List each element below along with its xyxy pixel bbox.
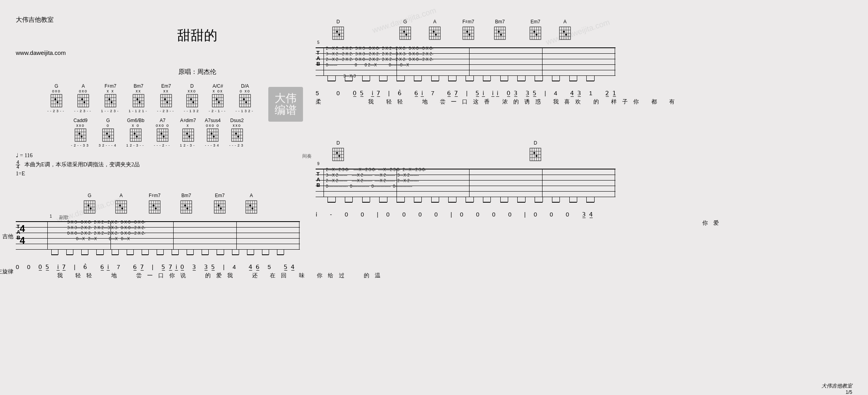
svg-point-138 bbox=[211, 133, 213, 135]
bar-number: 1 bbox=[50, 214, 52, 218]
chord-diagram: A/C#x ox-2-1-- bbox=[209, 83, 227, 113]
timesig-tab-bot: 4 bbox=[20, 235, 25, 246]
svg-point-279 bbox=[565, 34, 567, 36]
tab-system-2: 5 DGAF♯m7Bm7Em7A TAB 2---X-2---2-X-2- 3-… bbox=[316, 47, 615, 105]
footer-credit: 大伟吉他教室 bbox=[821, 382, 852, 389]
chord-diagram: Dxxo--132 bbox=[184, 83, 200, 113]
chord-diagram: A bbox=[428, 19, 441, 41]
chord-diagram: F♯m7 bbox=[148, 193, 161, 215]
svg-point-29 bbox=[110, 101, 112, 103]
svg-point-9 bbox=[56, 101, 58, 103]
chord-diagram: D/Ao xo--132- bbox=[236, 83, 254, 113]
svg-point-89 bbox=[80, 135, 82, 137]
chord-diagram: Bm7 bbox=[493, 19, 507, 41]
key-note: 本曲为E调，本乐谱采用D调指法，变调夹夹2品 bbox=[24, 162, 140, 167]
svg-point-129 bbox=[188, 135, 190, 137]
svg-point-229 bbox=[405, 34, 407, 36]
svg-point-258 bbox=[498, 31, 500, 33]
chord-diagram: Cadd9xxo-2--33 bbox=[71, 118, 90, 147]
meta-line: 4 4 本曲为E调，本乐谱采用D调指法，变调夹夹2品 bbox=[16, 160, 300, 169]
svg-point-228 bbox=[403, 31, 405, 33]
svg-point-99 bbox=[108, 135, 110, 137]
melody-label: 主旋律 bbox=[0, 268, 13, 275]
chord-diagram: A7oxo o---2-- bbox=[154, 118, 171, 147]
page-number: 1/5 bbox=[846, 389, 852, 395]
right-column: 5 DGAF♯m7Bm7Em7A TAB 2---X-2---2-X-2- 3-… bbox=[316, 12, 615, 227]
svg-point-88 bbox=[79, 133, 80, 135]
chord-diagram: F♯m7 bbox=[462, 19, 475, 41]
svg-point-149 bbox=[237, 135, 239, 137]
svg-point-148 bbox=[235, 133, 237, 135]
svg-point-179 bbox=[155, 208, 157, 210]
chord-diagram: D bbox=[529, 140, 542, 163]
chord-diagram: D bbox=[331, 19, 345, 41]
svg-point-119 bbox=[163, 135, 165, 137]
svg-point-209 bbox=[251, 208, 253, 210]
chord-palette-row-2: Cadd9xxo-2--33Go32---4Gm6/Bbx o12-3--A7o… bbox=[71, 118, 300, 147]
svg-point-299 bbox=[535, 155, 537, 157]
tab-staff: TAB 4 4 3-X-3---0-X-0- 2-X-2---2-X-2- 0-… bbox=[16, 221, 300, 250]
svg-point-178 bbox=[153, 205, 155, 207]
chord-diagram: Em7xx--23-- bbox=[157, 83, 175, 113]
brand-text: 大伟吉他教室 bbox=[16, 16, 300, 24]
svg-point-219 bbox=[338, 34, 340, 36]
chord-diagram: Gm6/Bbx o12-3-- bbox=[126, 118, 145, 147]
svg-point-38 bbox=[137, 98, 138, 100]
chord-diagram: Dsus2xxo---23 bbox=[229, 118, 245, 147]
svg-point-48 bbox=[164, 98, 166, 100]
chord-diagram: Go32---4 bbox=[99, 118, 118, 147]
svg-point-238 bbox=[433, 31, 435, 33]
svg-point-248 bbox=[466, 31, 468, 33]
svg-point-198 bbox=[218, 205, 220, 207]
chord-diagram: Bm7 bbox=[180, 193, 193, 215]
chord-diagram: Bm7xx1-121- bbox=[129, 83, 148, 113]
svg-point-8 bbox=[54, 98, 56, 100]
svg-point-69 bbox=[218, 101, 220, 103]
tab-system-3: 9 间奏 DD TAB 2---X---2-3-0- ----X---2-3-0… bbox=[316, 169, 615, 227]
chord-diagram: Em7 bbox=[529, 19, 542, 41]
chord-diagram: A bbox=[114, 193, 128, 215]
svg-point-218 bbox=[336, 31, 338, 33]
svg-point-78 bbox=[243, 98, 245, 100]
key-label: 1=E bbox=[16, 169, 300, 178]
chord-diagram: F♯m7x x1--23- bbox=[101, 83, 120, 113]
svg-point-289 bbox=[338, 155, 340, 157]
svg-point-189 bbox=[186, 208, 188, 210]
melody-line: i̇ - 0 0 | 0 0 0 0 | 0 0 0 0 | 0 0 0 3̲4… bbox=[316, 211, 615, 218]
svg-point-109 bbox=[136, 135, 138, 137]
svg-point-39 bbox=[138, 101, 140, 103]
lyrics-line: 柔 我 轻轻 地 尝一口这香 浓的诱惑 我喜欢 的 样子你 都 有 bbox=[316, 98, 615, 105]
svg-point-118 bbox=[161, 133, 163, 135]
subtitle-prefix: 原唱： bbox=[178, 68, 197, 75]
svg-point-158 bbox=[88, 205, 90, 207]
svg-point-98 bbox=[106, 133, 108, 135]
svg-point-68 bbox=[216, 98, 218, 100]
svg-point-298 bbox=[533, 152, 535, 154]
svg-point-159 bbox=[90, 208, 92, 210]
lyrics-line: 你爱 bbox=[316, 220, 615, 227]
svg-point-188 bbox=[184, 205, 186, 207]
song-title: 甜甜的 bbox=[95, 26, 300, 45]
chord-diagram: Em7 bbox=[213, 193, 226, 215]
svg-point-28 bbox=[108, 98, 110, 100]
chord-diagram: Goxo--23-- bbox=[47, 83, 65, 113]
svg-point-18 bbox=[81, 98, 83, 100]
svg-point-269 bbox=[535, 34, 537, 36]
chord-diagram: Aoxo--23-- bbox=[74, 83, 92, 113]
svg-point-58 bbox=[190, 98, 192, 100]
svg-point-208 bbox=[249, 205, 251, 207]
chord-diagram: G bbox=[83, 193, 96, 215]
melody-line: 0 0 0̲5̲ i̲7̲ | 6̇ 6̲i̲ 7 6̲7̲ | 5̲7̲i̲0… bbox=[16, 263, 300, 271]
svg-point-249 bbox=[468, 34, 470, 36]
section-label: 间奏 bbox=[302, 153, 312, 160]
chord-diagram: D bbox=[331, 140, 345, 163]
chord-diagram: A bbox=[245, 193, 258, 215]
svg-point-239 bbox=[435, 34, 437, 36]
svg-point-79 bbox=[245, 101, 247, 103]
chord-diagram: G bbox=[398, 19, 412, 41]
chord-diagram: A bbox=[558, 19, 572, 41]
svg-point-288 bbox=[336, 152, 338, 154]
chord-diagram: A7sus4oxo o---34 bbox=[205, 118, 221, 147]
author-stamp: 大伟 编谱 bbox=[268, 87, 303, 122]
brand-url: www.daweijita.com bbox=[16, 49, 300, 56]
